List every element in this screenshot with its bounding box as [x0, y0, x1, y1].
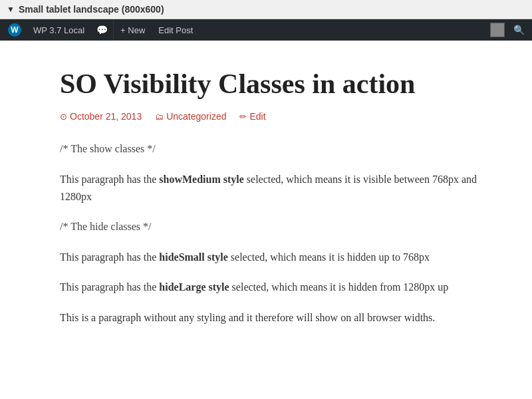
show-classes-comment: /* The show classes */	[60, 140, 492, 158]
hide-large-intro: This paragraph has the	[60, 281, 159, 293]
wp-logo-button[interactable]: W	[3, 19, 27, 41]
collapse-arrow[interactable]: ▼	[7, 5, 15, 14]
wp-logo-icon: W	[8, 23, 21, 37]
device-label: ▼ Small tablet landscape (532x399)	[0, 0, 532, 19]
hide-small-rest: selected, which means it is hidden up to…	[228, 251, 430, 263]
wp-admin-bar: W WP 3.7 Local 💬 + New Edit Post 🔍	[0, 19, 532, 41]
post-date: ⊙ October 21, 2013	[60, 111, 142, 122]
post-edit-link[interactable]: ✏ Edit	[239, 111, 265, 122]
hide-small-intro: This paragraph has the	[60, 251, 159, 263]
site-name-link[interactable]: WP 3.7 Local	[27, 19, 91, 41]
show-medium-bold: showMedium style	[159, 174, 244, 185]
show-medium-intro: This paragraph has the	[60, 174, 159, 185]
hide-small-paragraph: This paragraph has the hideSmall style s…	[60, 249, 492, 266]
search-icon[interactable]: 🔍	[508, 19, 529, 41]
edit-post-link[interactable]: Edit Post	[152, 19, 200, 41]
avatar	[490, 23, 505, 37]
hide-small-bold: hideSmall style	[159, 251, 228, 263]
avatar-button[interactable]	[487, 19, 508, 41]
post-category[interactable]: 🗂 Uncategorized	[155, 111, 226, 122]
post-edit-text: Edit	[249, 111, 265, 122]
show-medium-paragraph: This paragraph has the showMedium style …	[60, 171, 492, 205]
comments-icon[interactable]: 💬	[91, 19, 113, 41]
new-button[interactable]: + New	[113, 19, 152, 41]
post-date-text: October 21, 2013	[70, 111, 142, 122]
post-category-text: Uncategorized	[166, 111, 226, 122]
hide-classes-comment: /* The hide classes */	[60, 218, 492, 235]
hide-large-rest: selected, which means it is hidden from …	[229, 281, 449, 293]
device-label-text: Small tablet landscape (532x399)	[19, 4, 164, 15]
date-icon: ⊙	[60, 112, 67, 122]
hide-large-paragraph: This paragraph has the hideLarge style s…	[60, 279, 492, 296]
hide-large-bold: hideLarge style	[159, 281, 229, 293]
edit-icon: ✏	[239, 112, 247, 122]
post-meta: ⊙ October 21, 2013 🗂 Uncategorized ✏ Edi…	[60, 111, 492, 122]
main-content: SO Visibility Classes in action ⊙ Octobe…	[20, 41, 512, 366]
no-style-paragraph: This is a paragraph without any styling …	[60, 309, 492, 327]
category-icon: 🗂	[155, 112, 164, 122]
post-body: /* The show classes */ This paragraph ha…	[60, 140, 492, 326]
post-title: SO Visibility Classes in action	[60, 67, 492, 100]
